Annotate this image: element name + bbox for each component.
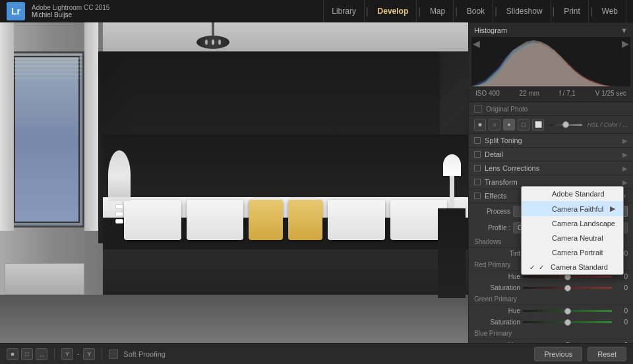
hist-next-arrow[interactable]: ▶ — [622, 38, 629, 49]
original-photo-label: Original Photo — [486, 106, 528, 113]
tone-btn-1[interactable]: ■ — [474, 119, 486, 131]
split-toning-title: Split Toning — [485, 136, 522, 144]
nav-sep-6: | — [589, 6, 594, 16]
tone-btn-3[interactable]: ● — [503, 119, 515, 131]
detail-toggle[interactable] — [474, 151, 481, 158]
lens-corrections-toggle[interactable] — [474, 165, 481, 171]
blue-hue-value: 0 — [615, 342, 628, 343]
radiator — [5, 263, 84, 295]
dropdown-label-camera-standard: Camera Standard — [551, 263, 608, 271]
nav-book[interactable]: Book — [459, 0, 493, 22]
lens-corrections-header-left: Lens Corrections — [474, 164, 539, 172]
photo-area — [0, 22, 468, 343]
dropdown-item-camera-landscape[interactable]: Camera Landscape — [522, 216, 623, 231]
hist-prev-arrow[interactable]: ◀ — [473, 38, 480, 49]
transform-toggle[interactable] — [474, 179, 481, 185]
tone-slider[interactable] — [549, 124, 582, 126]
green-sat-value: 0 — [615, 318, 628, 326]
right-lamp — [440, 154, 463, 208]
green-sat-thumb — [564, 319, 571, 326]
original-photo-checkbox[interactable] — [474, 105, 482, 113]
tone-curve-row: ■ ○ ● □ ⬜ HSL / Color / ... — [469, 116, 633, 134]
dropdown-item-camera-neutral[interactable]: Camera Neutral — [522, 231, 623, 245]
original-photo-row: Original Photo — [469, 102, 633, 116]
bottom-bar: ■ □ ⎵ Y - Y Soft Proofing Previous Reset — [0, 343, 633, 364]
detail-header-left: Detail — [474, 150, 503, 158]
nav-slideshow[interactable]: Slideshow — [498, 0, 551, 22]
nav-sep-3: | — [454, 6, 459, 16]
transform-title: Transform — [485, 178, 518, 186]
tone-btn-2[interactable]: ○ — [489, 119, 500, 131]
bottom-icon-flags[interactable]: Y — [61, 348, 73, 360]
bottom-sep-2 — [102, 348, 102, 360]
nav-sep-2: | — [417, 6, 422, 16]
lens-corrections-header[interactable]: Lens Corrections ▶ — [469, 162, 633, 175]
green-primary-header: Green Primary — [469, 293, 633, 305]
previous-button[interactable]: Previous — [534, 347, 582, 361]
focal-info: 22 mm — [520, 90, 540, 97]
effects-toggle[interactable] — [474, 193, 481, 199]
shadows-tint-label: Tint — [474, 250, 520, 257]
nav-develop[interactable]: Develop — [370, 0, 417, 22]
green-primary-title: Green Primary — [474, 295, 517, 303]
reset-button[interactable]: Reset — [588, 347, 626, 361]
red-primary-title: Red Primary — [474, 261, 511, 268]
red-sat-slider[interactable] — [523, 287, 612, 289]
bottom-icon-loupe[interactable]: □ — [21, 348, 33, 360]
green-sat-label: Saturation — [474, 318, 520, 326]
bottom-icon-reject[interactable]: Y — [83, 348, 95, 360]
split-toning-arrow: ▶ — [622, 137, 628, 144]
nav-library[interactable]: Library — [323, 0, 365, 22]
right-lamp-shade — [443, 154, 461, 176]
green-hue-slider[interactable] — [523, 310, 612, 312]
nightstand — [438, 208, 466, 298]
green-sat-slider[interactable] — [523, 321, 612, 323]
dropdown-item-camera-standard[interactable]: ✓ Camera Standard — [522, 260, 623, 274]
histogram-header: Histogram ▼ — [471, 25, 630, 36]
tone-btn-4[interactable]: □ — [518, 119, 529, 131]
bottom-icons-2: Y - Y — [61, 348, 95, 360]
nav-print[interactable]: Print — [556, 0, 589, 22]
dark-cover — [103, 135, 468, 197]
right-panel: Histogram ▼ ◀ ▶ — [468, 22, 633, 343]
soft-proofing-checkbox[interactable] — [109, 349, 118, 359]
histogram-title: Histogram — [474, 26, 507, 34]
lens-corrections-title: Lens Corrections — [485, 164, 539, 172]
split-toning-toggle[interactable] — [474, 137, 481, 144]
tone-thumb — [562, 121, 569, 128]
soft-proofing-label: Soft Proofing — [123, 350, 166, 358]
blue-hue-thumb — [564, 342, 571, 344]
app-name: Adobe Lightroom CC 2015 — [32, 4, 109, 11]
dropdown-item-camera-portrait[interactable]: Camera Portrait — [522, 245, 623, 260]
detail-header[interactable]: Detail ▶ — [469, 148, 633, 162]
pillow-2 — [187, 200, 244, 240]
red-hue-slider[interactable] — [523, 276, 612, 278]
nav-web[interactable]: Web — [594, 0, 626, 22]
floor — [0, 295, 468, 343]
bottom-icons: ■ □ ⎵ — [7, 348, 47, 360]
effects-header-left: Effects — [474, 192, 506, 200]
tone-btn-5[interactable]: ⬜ — [532, 119, 544, 131]
split-toning-header[interactable]: Split Toning ▶ — [469, 134, 633, 148]
blinds — [11, 53, 82, 226]
nav-map[interactable]: Map — [422, 0, 454, 22]
histogram-menu-icon[interactable]: ▼ — [620, 26, 628, 34]
dropdown-item-camera-faithful[interactable]: Camera Faithful ▶ — [522, 201, 623, 216]
pillow-accent — [249, 200, 283, 240]
cursor-indicator: ▶ — [610, 204, 615, 213]
chandelier-body — [196, 36, 229, 49]
dropdown-label-camera-portrait: Camera Portrait — [552, 249, 603, 257]
bottom-icon-compare[interactable]: ⎵ — [36, 348, 47, 360]
dropdown-item-adobe-standard[interactable]: Adobe Standard — [522, 187, 623, 201]
soft-proofing-toggle[interactable]: Soft Proofing — [109, 349, 166, 359]
bottom-flag-sep: - — [76, 350, 80, 357]
green-hue-row: Hue 0 — [469, 305, 633, 317]
curtain-right — [84, 22, 98, 231]
left-lamp — [103, 150, 136, 295]
blue-primary-title: Blue Primary — [474, 330, 512, 337]
profile-dropdown-popup[interactable]: Adobe Standard Camera Faithful ▶ Camera … — [521, 186, 624, 275]
top-bar: Lr Adobe Lightroom CC 2015 Michiel Buijs… — [0, 0, 633, 22]
bottom-icon-grid[interactable]: ■ — [7, 348, 18, 360]
histogram-section: Histogram ▼ ◀ ▶ — [469, 22, 633, 102]
dropdown-label-camera-neutral: Camera Neutral — [552, 234, 603, 242]
